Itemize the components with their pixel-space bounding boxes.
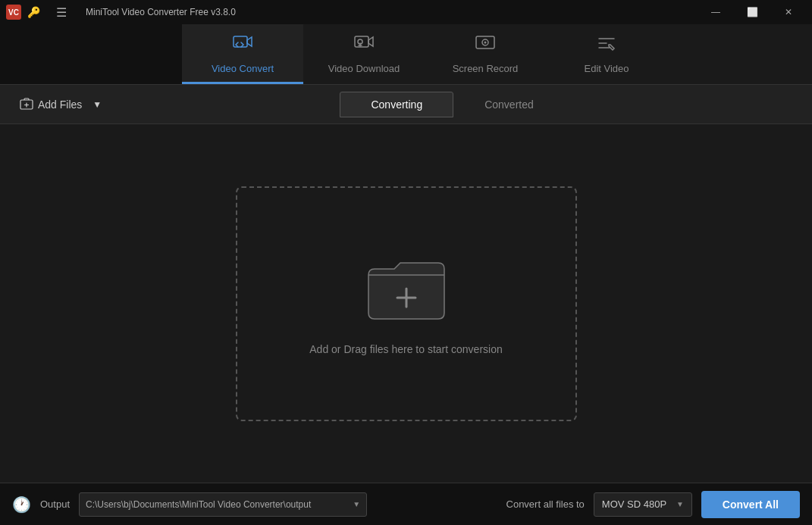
restore-button[interactable]: ⬜ bbox=[735, 0, 770, 24]
folder-icon-wrap bbox=[361, 252, 452, 328]
screen-record-icon bbox=[475, 33, 496, 58]
main-area: Add or Drag files here to start conversi… bbox=[0, 124, 812, 483]
drop-zone-text: Add or Drag files here to start conversi… bbox=[309, 343, 502, 355]
add-files-label: Add Files bbox=[38, 98, 82, 111]
toolbar: Add Files ▼ Converting Converted bbox=[0, 85, 812, 124]
tab-video-convert[interactable]: Video Convert bbox=[182, 24, 303, 84]
output-path-text: C:\Users\bj\Documents\MiniTool Video Con… bbox=[86, 499, 348, 510]
output-path-selector[interactable]: C:\Users\bj\Documents\MiniTool Video Con… bbox=[79, 492, 367, 517]
app-logo: VC bbox=[6, 5, 21, 20]
key-icon: 🔑 bbox=[27, 6, 40, 18]
minimize-button[interactable]: — bbox=[698, 0, 733, 24]
video-download-icon bbox=[353, 33, 375, 58]
svg-point-5 bbox=[484, 41, 487, 43]
close-button[interactable]: ✕ bbox=[771, 0, 806, 24]
title-bar-left: VC 🔑 ☰ MiniTool Video Converter Free v3.… bbox=[6, 0, 236, 24]
converting-tabs: Converting Converted bbox=[340, 92, 564, 117]
tab-edit-video[interactable]: Edit Video bbox=[546, 24, 667, 84]
tab-video-download[interactable]: Video Download bbox=[303, 24, 425, 84]
app-title: MiniTool Video Converter Free v3.8.0 bbox=[86, 7, 236, 17]
output-dropdown-arrow-icon: ▼ bbox=[353, 500, 360, 508]
clock-icon: 🕐 bbox=[12, 495, 31, 514]
format-selector[interactable]: MOV SD 480P ▼ bbox=[594, 492, 692, 517]
nav-tabs: Video Convert Video Download Screen Reco… bbox=[0, 24, 812, 85]
add-files-button[interactable]: Add Files bbox=[12, 93, 89, 116]
tab-screen-record[interactable]: Screen Record bbox=[425, 24, 546, 84]
tab-video-download-label: Video Download bbox=[328, 63, 400, 74]
sidebar-logo-area bbox=[0, 24, 182, 84]
converted-tab[interactable]: Converted bbox=[453, 92, 565, 117]
logo-text: VC bbox=[8, 8, 19, 17]
convert-all-to-label: Convert all files to bbox=[506, 498, 585, 510]
footer: 🕐 Output C:\Users\bj\Documents\MiniTool … bbox=[0, 483, 812, 525]
converting-tab[interactable]: Converting bbox=[340, 92, 453, 117]
tab-video-convert-label: Video Convert bbox=[212, 63, 274, 74]
drop-zone[interactable]: Add or Drag files here to start conversi… bbox=[236, 186, 577, 421]
format-text: MOV SD 480P bbox=[602, 498, 672, 510]
add-files-dropdown-button[interactable]: ▼ bbox=[89, 95, 105, 114]
tab-edit-video-label: Edit Video bbox=[584, 63, 629, 74]
format-dropdown-arrow-icon: ▼ bbox=[676, 500, 684, 508]
video-convert-icon bbox=[232, 33, 253, 58]
tab-screen-record-label: Screen Record bbox=[453, 63, 519, 74]
output-label: Output bbox=[40, 498, 70, 510]
title-bar: VC 🔑 ☰ MiniTool Video Converter Free v3.… bbox=[0, 0, 812, 24]
folder-add-icon bbox=[361, 252, 452, 328]
convert-all-button[interactable]: Convert All bbox=[701, 491, 800, 518]
edit-video-icon bbox=[596, 33, 617, 58]
add-files-icon bbox=[20, 98, 33, 111]
svg-rect-0 bbox=[234, 36, 247, 47]
hamburger-menu-icon[interactable]: ☰ bbox=[49, 0, 74, 24]
window-controls: — ⬜ ✕ bbox=[698, 0, 806, 24]
